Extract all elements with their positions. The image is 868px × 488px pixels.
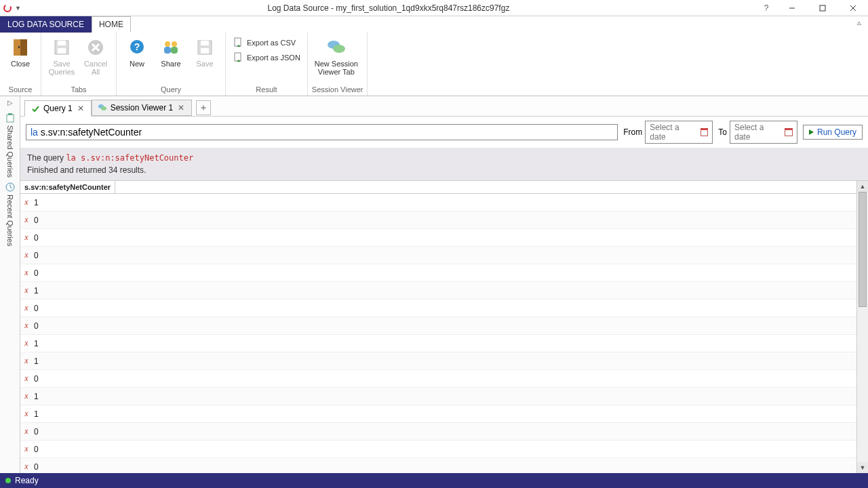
svg-rect-19 (171, 47, 178, 54)
table-row[interactable]: x0 (20, 441, 856, 458)
scroll-track[interactable] (857, 192, 868, 462)
table-row[interactable]: x0 (20, 247, 856, 264)
run-query-button[interactable]: Run Query (803, 125, 863, 140)
share-query-button[interactable]: Share (155, 34, 187, 68)
svg-text:?: ? (134, 41, 140, 52)
variable-x-icon: x (20, 426, 33, 436)
cell-value: 0 (33, 304, 39, 313)
svg-rect-7 (18, 46, 20, 48)
ribbon-group-query: ? New Share Save Query (117, 33, 226, 96)
to-date-picker[interactable]: Select a date (730, 121, 797, 144)
table-body: x1x0x0x0x0x1x0x0x1x1x0x1x1x0x0x0 (20, 194, 856, 473)
ribbon-group-label: Result (230, 84, 303, 96)
variable-x-icon: x (20, 250, 33, 260)
checkmark-icon (31, 104, 40, 113)
ribbon-collapse-icon[interactable]: ㅿ (850, 16, 868, 33)
query-result-message: The query la s.sv:n:safetyNetCounter Fin… (20, 148, 868, 180)
tab-query-1[interactable]: Query 1 ✕ (24, 100, 92, 117)
qat-dropdown-icon[interactable]: ▼ (15, 5, 21, 12)
play-icon (809, 129, 814, 135)
save-query-button[interactable]: Save (189, 34, 221, 68)
cancel-all-button[interactable]: Cancel All (79, 34, 112, 76)
column-header[interactable]: s.sv:n:safetyNetCounter (20, 181, 115, 193)
workspace: ▷ Shared Queries Recent Queries Query 1 … (0, 96, 868, 473)
export-json-button[interactable]: Export as JSON (230, 50, 303, 65)
new-session-viewer-tab-button[interactable]: New Session Viewer Tab (312, 34, 361, 76)
ribbon-tab-log-data-source[interactable]: LOG DATA SOURCE (0, 16, 92, 33)
save-queries-button[interactable]: Save Queries (45, 34, 78, 76)
export-csv-button[interactable]: Export as CSV (230, 35, 303, 50)
cell-value: 0 (33, 374, 39, 384)
table-row[interactable]: x0 (20, 211, 856, 229)
variable-x-icon: x (20, 197, 33, 207)
document-export-icon (233, 52, 243, 63)
query-bar: la s.sv:n:safetyNetCounter From Select a… (20, 117, 868, 148)
main-area: Query 1 ✕ Session Viewer 1 ✕ ＋ la s.sv:n… (20, 96, 868, 473)
cell-value: 0 (33, 251, 39, 260)
results-table-wrap: s.sv:n:safetyNetCounter x1x0x0x0x0x1x0x0… (20, 180, 868, 473)
tab-session-viewer-1[interactable]: Session Viewer 1 ✕ (92, 100, 193, 116)
svg-point-0 (4, 5, 11, 12)
cell-value: 0 (33, 233, 39, 243)
expand-side-panel-icon[interactable]: ▷ (7, 99, 13, 108)
table-row[interactable]: x1 (20, 194, 856, 211)
cell-value: 0 (33, 268, 39, 278)
variable-x-icon: x (20, 444, 33, 454)
close-window-button[interactable] (837, 0, 868, 16)
cell-value: 0 (33, 321, 39, 331)
svg-rect-27 (7, 115, 14, 122)
table-row[interactable]: x1 (20, 282, 856, 300)
table-row[interactable]: x0 (20, 423, 856, 441)
new-tab-button[interactable]: ＋ (196, 100, 211, 115)
table-row[interactable]: x0 (20, 458, 856, 473)
table-row[interactable]: x1 (20, 335, 856, 352)
close-source-button[interactable]: Close (4, 34, 37, 68)
scroll-up-icon[interactable]: ▲ (857, 181, 868, 192)
tab-close-icon[interactable]: ✕ (76, 104, 85, 113)
table-row[interactable]: x0 (20, 229, 856, 247)
shared-queries-panel-tab[interactable]: Shared Queries (5, 113, 16, 178)
table-row[interactable]: x1 (20, 352, 856, 370)
maximize-button[interactable] (807, 0, 837, 16)
to-label: To (718, 127, 727, 137)
status-text: Ready (15, 476, 39, 485)
side-panel: ▷ Shared Queries Recent Queries (0, 96, 20, 473)
door-exit-icon (9, 37, 31, 58)
table-row[interactable]: x0 (20, 317, 856, 335)
ribbon-group-source: Close Source (0, 33, 41, 96)
calendar-icon (785, 128, 793, 136)
minimize-button[interactable] (776, 0, 807, 16)
ribbon-group-tabs: Save Queries Cancel All Tabs (41, 33, 117, 96)
table-row[interactable]: x1 (20, 405, 856, 423)
cancel-circle-icon (85, 37, 106, 58)
svg-point-17 (172, 41, 177, 47)
recent-queries-panel-tab[interactable]: Recent Queries (5, 182, 16, 246)
svg-rect-23 (235, 38, 241, 46)
svg-rect-9 (58, 41, 66, 45)
variable-x-icon: x (20, 303, 33, 313)
query-input[interactable]: la s.sv:n:safetyNetCounter (26, 124, 618, 140)
variable-x-icon: x (20, 462, 33, 472)
window-title: Log Data Source - my_first_solution_1qd9… (21, 3, 756, 13)
cell-value: 1 (33, 392, 39, 401)
variable-x-icon: x (20, 356, 33, 366)
scroll-thumb[interactable] (859, 192, 867, 307)
tab-close-icon[interactable]: ✕ (176, 103, 186, 113)
title-bar: ▼ Log Data Source - my_first_solution_1q… (0, 0, 868, 16)
table-row[interactable]: x1 (20, 388, 856, 405)
cell-value: 1 (33, 286, 39, 296)
table-row[interactable]: x0 (20, 370, 856, 388)
table-row[interactable]: x0 (20, 264, 856, 282)
scroll-down-icon[interactable]: ▼ (857, 462, 868, 473)
ribbon-tab-home[interactable]: HOME (92, 16, 131, 33)
svg-rect-24 (235, 53, 241, 61)
cell-value: 1 (33, 339, 39, 348)
variable-x-icon: x (20, 338, 33, 348)
new-query-button[interactable]: ? New (121, 34, 153, 68)
from-date-picker[interactable]: Select a date (645, 121, 713, 144)
help-button[interactable]: ? (756, 3, 776, 13)
svg-rect-6 (20, 39, 27, 56)
svg-rect-22 (201, 48, 209, 54)
vertical-scrollbar[interactable]: ▲ ▼ (856, 181, 868, 473)
table-row[interactable]: x0 (20, 300, 856, 317)
